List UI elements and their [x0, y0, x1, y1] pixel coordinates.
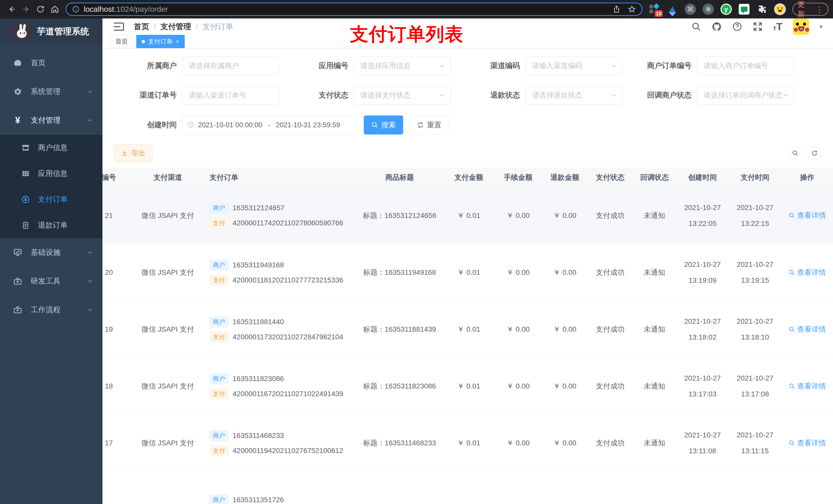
view-detail-link[interactable]: 查看详情: [788, 325, 826, 334]
cell-title: [356, 472, 443, 504]
channel-code-select[interactable]: [525, 56, 622, 75]
sidebar-item-pay[interactable]: ¥ 支付管理: [0, 106, 102, 135]
date-separator: -: [266, 121, 272, 129]
refund-status-select[interactable]: [525, 86, 622, 104]
create-time-range-picker[interactable]: 2021-10-01 00:00:00 - 2021-10-31 23:59:5…: [182, 116, 356, 134]
cell-actions: 查看详情: [781, 358, 833, 415]
sidebar-logo[interactable]: 芋道管理系统: [0, 19, 102, 45]
cell-status: 支付成功: [588, 244, 633, 301]
app-select[interactable]: [354, 56, 451, 75]
date-end: 2021-10-31 23:59:59: [276, 121, 340, 129]
pay-submenu: 商户信息 应用信息 支付订单: [0, 135, 102, 238]
merchant-order-no-input[interactable]: [697, 56, 794, 75]
site-info-icon[interactable]: [72, 5, 80, 13]
table-row: 20微信 JSAPI 支付商户1635311949168支付4200001181…: [102, 244, 833, 301]
cell-create-time: 2021-10-2713:18:02: [676, 301, 729, 358]
table-row: 商户1635311351726: [102, 472, 833, 504]
toggle-search-button[interactable]: [788, 146, 802, 160]
share-icon[interactable]: [613, 5, 621, 13]
col-header-7: 支付状态: [588, 168, 633, 187]
avatar-caret-icon[interactable]: ▾: [819, 23, 823, 31]
help-icon[interactable]: [732, 22, 742, 32]
reset-button[interactable]: 重置: [410, 116, 448, 135]
cell-order-no: 商户1635311351726: [205, 472, 356, 504]
extension-workona-icon[interactable]: 10: [648, 3, 660, 15]
refresh-table-button[interactable]: [808, 146, 822, 160]
sidebar-item-home[interactable]: 首页: [0, 49, 102, 77]
navbar-actions: тT ▾: [691, 19, 823, 35]
tab-home[interactable]: 首页: [110, 35, 133, 48]
pay-tag: 支付: [210, 388, 229, 399]
sidebar-toggle-icon[interactable]: [114, 22, 124, 31]
breadcrumb-pay[interactable]: 支付管理: [160, 22, 191, 32]
merchant-no-line: 商户1635312124657: [210, 202, 355, 213]
view-detail-link[interactable]: 查看详情: [788, 438, 826, 448]
tab-close-icon[interactable]: ×: [176, 38, 179, 45]
pay-status-select[interactable]: [354, 86, 451, 104]
export-button[interactable]: 导出: [114, 144, 152, 162]
search-button[interactable]: 搜索: [364, 116, 403, 135]
chevron-down-icon: [87, 278, 93, 285]
sidebar-item-merchant-info[interactable]: 商户信息: [0, 135, 102, 161]
monitor-icon: [12, 248, 24, 257]
search-icon: [788, 269, 795, 276]
extension-kite-icon[interactable]: [667, 3, 678, 15]
merchant-no-line: 商户1635311823086: [210, 374, 355, 384]
extensions-puzzle-icon[interactable]: [756, 3, 768, 15]
filter-label-callback-status: 回调商户状态: [627, 90, 692, 100]
cell-title: 标题：1635311881439: [356, 301, 443, 358]
sidebar-item-app-info[interactable]: 应用信息: [0, 161, 102, 187]
browser-back-button[interactable]: [5, 2, 19, 16]
github-icon[interactable]: [712, 22, 722, 32]
view-detail-link[interactable]: 查看详情: [788, 268, 826, 278]
browser-reload-button[interactable]: [33, 2, 48, 16]
sidebar-item-workflow[interactable]: 工作流程: [0, 295, 102, 324]
view-detail-link[interactable]: 查看详情: [788, 211, 826, 220]
view-detail-label: 查看详情: [797, 268, 826, 278]
yen-circle-icon: [20, 195, 31, 204]
profile-emoji-icon[interactable]: [774, 3, 786, 15]
table-row: 19微信 JSAPI 支付商户1635311881440支付4200001173…: [102, 301, 833, 358]
sidebar-item-refund-order[interactable]: 退款订单: [0, 212, 102, 238]
sidebar-item-system[interactable]: 系统管理: [0, 77, 102, 106]
extensions-row: 10 ⌘ y: [648, 3, 786, 15]
view-detail-label: 查看详情: [797, 325, 826, 334]
extension-dot-icon[interactable]: [703, 3, 714, 15]
user-avatar[interactable]: [793, 19, 809, 35]
browser-home-button[interactable]: [48, 2, 62, 16]
col-header-3: 商品标题: [356, 168, 443, 187]
browser-update-button[interactable]: 更新 ⋮: [792, 3, 828, 16]
filter-label-refund-status: 退款状态: [456, 90, 520, 100]
cell-status: 支付成功: [588, 358, 633, 415]
sidebar-item-devtools[interactable]: 研发工具: [0, 267, 102, 295]
browser-forward-button[interactable]: [19, 2, 33, 16]
table-row: 18微信 JSAPI 支付商户1635311823086支付4200001167…: [102, 358, 833, 415]
fullscreen-icon[interactable]: [753, 22, 763, 32]
merchant-no-line: 商户1635311468233: [210, 430, 355, 441]
channel-order-no-input[interactable]: [182, 86, 279, 104]
tags-view-bar: 首页 支付订单 ×: [102, 35, 833, 48]
cell-create-time: [676, 472, 729, 504]
cell-create-time-clock: 13:18:02: [678, 331, 727, 343]
extension-chat-icon[interactable]: [738, 3, 750, 15]
breadcrumb-home[interactable]: 首页: [134, 22, 149, 32]
browser-menu-dots-icon[interactable]: ⋮: [815, 5, 823, 14]
gear-icon: [12, 87, 24, 96]
extension-y-icon[interactable]: y: [720, 3, 732, 15]
cell-pay-time-date: 2021-10-27: [730, 315, 780, 327]
bookmark-star-icon[interactable]: [628, 5, 636, 13]
sidebar-item-pay-order[interactable]: 支付订单: [0, 187, 102, 212]
view-detail-link[interactable]: 查看详情: [788, 381, 826, 391]
extension-command-icon[interactable]: ⌘: [685, 3, 696, 15]
callback-status-select[interactable]: [697, 86, 794, 104]
font-size-icon[interactable]: тT: [773, 21, 783, 32]
col-header-6: 退款金额: [542, 168, 588, 187]
address-bar[interactable]: localhost:1024/pay/order: [66, 3, 642, 16]
search-icon[interactable]: [691, 22, 701, 32]
col-header-1: 支付渠道: [130, 168, 205, 187]
tab-pay-order[interactable]: 支付订单 ×: [136, 35, 185, 48]
cell-id: 17: [102, 415, 130, 472]
cell-title: 标题：1635311949168: [356, 244, 443, 301]
sidebar-item-infra[interactable]: 基础设施: [0, 238, 102, 267]
merchant-select[interactable]: [182, 56, 279, 75]
